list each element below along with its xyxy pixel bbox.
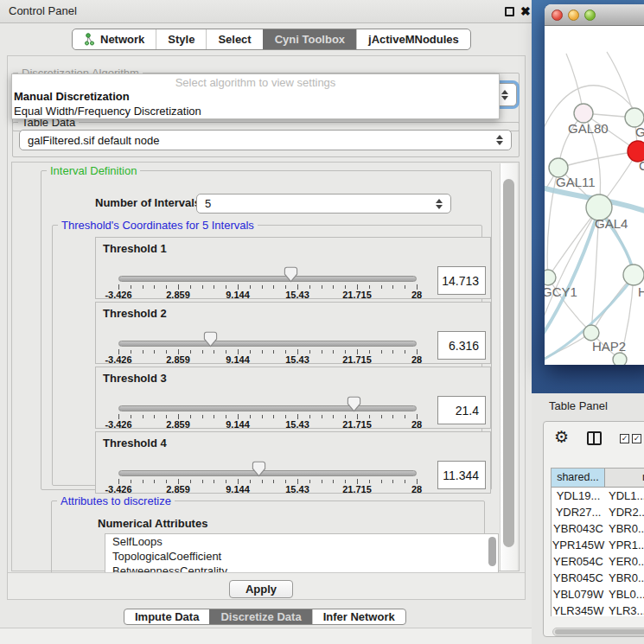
- slider-tick: [285, 415, 286, 418]
- slider-thumb[interactable]: [203, 331, 218, 348]
- network-node[interactable]: [613, 353, 627, 365]
- zoom-window-icon[interactable]: [584, 10, 596, 21]
- tab-label: jActiveMNodules: [368, 33, 459, 46]
- column-header-shared[interactable]: shared...: [552, 469, 605, 488]
- table-row[interactable]: YBL079WYBL0...: [552, 586, 644, 603]
- slider-tick: [214, 480, 214, 483]
- tab-select[interactable]: Select: [206, 29, 262, 49]
- slider-tick: [154, 285, 155, 289]
- tab-label: Network: [100, 33, 144, 46]
- tab-network[interactable]: Network: [73, 29, 156, 49]
- horizontal-scrollbar-thumb[interactable]: [555, 629, 644, 634]
- apply-button[interactable]: Apply: [229, 580, 293, 598]
- algorithm-option-manual-discretization[interactable]: Manual Discretization: [12, 89, 499, 104]
- slider-thumb[interactable]: [284, 266, 298, 283]
- slider-tick: [345, 350, 346, 354]
- slider-track[interactable]: [118, 276, 417, 282]
- node-table[interactable]: shared...nYDL19...YDL1...YDR27...YDR2...…: [551, 468, 644, 616]
- slider-tick: [190, 285, 191, 289]
- tab-label: Discretize Data: [220, 610, 301, 623]
- horizontal-scrollbar[interactable]: [552, 628, 644, 636]
- slider-scale-label: 28: [411, 419, 422, 430]
- threshold-value-box[interactable]: 6.316: [437, 331, 486, 360]
- list-scrollbar-thumb[interactable]: [488, 537, 496, 566]
- network-node[interactable]: [545, 270, 556, 285]
- slider-scale-label: 15.43: [285, 354, 309, 365]
- tab-cyni-toolbox[interactable]: Cyni Toolbox: [263, 29, 356, 49]
- attribute-item-selfloops[interactable]: SelfLoops: [105, 534, 498, 549]
- slider-thumb[interactable]: [252, 461, 266, 477]
- table-data-value: galFiltered.sif default node: [28, 134, 511, 147]
- numerical-attributes-list[interactable]: SelfLoopsTopologicalCoefficientBetweenne…: [105, 533, 499, 573]
- float-panel-icon[interactable]: [505, 7, 514, 16]
- close-panel-icon[interactable]: ✖: [520, 4, 531, 18]
- table-row[interactable]: YPR145WYPR1...: [552, 537, 644, 553]
- slider-tick: [392, 480, 393, 483]
- slider-tick: [392, 350, 393, 354]
- slider-tick: [381, 415, 382, 418]
- threshold-value-box[interactable]: 14.713: [437, 266, 486, 295]
- table-row[interactable]: YBR045CYBR0...: [552, 570, 644, 586]
- threshold-value-box[interactable]: 11.344: [437, 461, 486, 489]
- window-titlebar[interactable]: [545, 4, 644, 26]
- network-node-label: HAP2: [592, 339, 626, 354]
- tab-discretize-data[interactable]: Discretize Data: [209, 609, 311, 624]
- algorithm-option-equal-width-frequency-discretization[interactable]: Equal Width/Frequency Discretization: [12, 104, 499, 118]
- vertical-scrollbar-thumb[interactable]: [503, 179, 514, 547]
- table-row[interactable]: YDR27...YDR2...: [552, 504, 644, 520]
- slider-tick: [405, 415, 405, 418]
- slider-tick: [322, 285, 322, 289]
- slider-tick: [369, 350, 370, 354]
- attribute-item-topologicalcoefficient[interactable]: TopologicalCoefficient: [105, 549, 498, 564]
- algorithm-dropdown-popup: Select algorithm to view settings Manual…: [11, 73, 500, 119]
- network-view[interactable]: GAL80GACGAL11GAL4GCY1HHAP2: [545, 26, 644, 365]
- column-header-n[interactable]: n: [605, 469, 644, 488]
- slider-tick: [333, 285, 334, 289]
- slider-tick: [381, 350, 382, 354]
- tab-impute-data[interactable]: Impute Data: [124, 609, 209, 624]
- tab-infer-network[interactable]: Infer Network: [312, 609, 405, 624]
- table-cell: YBR045C: [552, 570, 605, 586]
- threshold-label: Threshold 4: [103, 437, 167, 450]
- gear-icon[interactable]: ⚙: [554, 427, 569, 447]
- network-node-label: GAL4: [595, 216, 628, 231]
- slider-tick: [392, 415, 393, 418]
- thresholds-groupbox: Threshold's Coordinates for 5 Intervals …: [52, 225, 482, 486]
- table-cell: YDL19...: [552, 488, 605, 504]
- slider-tick: [226, 480, 226, 483]
- network-node[interactable]: [574, 104, 593, 123]
- tab-jactivemnodules[interactable]: jActiveMNodules: [356, 29, 470, 49]
- slider-track[interactable]: [118, 405, 417, 411]
- slider-tick: [273, 415, 274, 418]
- columns-icon[interactable]: [587, 431, 602, 445]
- combobox-stepper-icon: [501, 90, 508, 100]
- threshold-label: Threshold 1: [103, 242, 167, 255]
- close-window-icon[interactable]: [552, 10, 563, 21]
- checkbox-icon[interactable]: ✓: [620, 434, 629, 443]
- checkbox-icon[interactable]: ✓: [632, 434, 641, 443]
- slider-tick: [154, 415, 155, 418]
- network-node[interactable]: [623, 265, 644, 285]
- control-panel-tabs: NetworkStyleSelectCyni ToolboxjActiveMNo…: [72, 29, 471, 50]
- table-row[interactable]: YDL19...YDL1...: [552, 488, 644, 504]
- slider-tick: [381, 285, 382, 289]
- table-row[interactable]: YBR043CYBR0...: [552, 520, 644, 537]
- minimize-window-icon[interactable]: [568, 10, 579, 21]
- threshold-row-2: Threshold 2-3.4262.8599.14415.4321.71528…: [95, 302, 491, 364]
- slider-track[interactable]: [118, 470, 417, 476]
- table-row[interactable]: YLR345WYLR3...: [552, 603, 644, 616]
- table-data-combobox[interactable]: galFiltered.sif default node: [19, 130, 512, 150]
- slider-track[interactable]: [118, 341, 417, 347]
- number-of-intervals-combobox[interactable]: 5: [196, 194, 451, 214]
- tab-style[interactable]: Style: [156, 29, 206, 49]
- threshold-row-3: Threshold 3-3.4262.8599.14415.4321.71528…: [95, 367, 491, 429]
- tab-label: Select: [218, 33, 251, 46]
- slider-scale-label: -3.426: [105, 354, 131, 365]
- slider-thumb[interactable]: [347, 396, 361, 412]
- table-row[interactable]: YER054CYER0...: [552, 553, 644, 570]
- threshold-value-box[interactable]: 21.4: [437, 396, 486, 424]
- control-panel-title: Control Panel: [9, 0, 77, 22]
- slider-tick: [285, 285, 286, 289]
- vertical-scrollbar[interactable]: [500, 163, 517, 571]
- slider-tick: [166, 350, 167, 354]
